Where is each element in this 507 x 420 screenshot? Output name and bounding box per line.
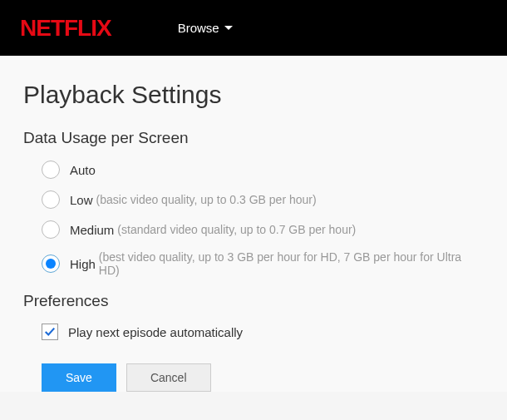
checkmark-icon	[44, 326, 56, 338]
content-area: Playback Settings Data Usage per Screen …	[0, 56, 507, 392]
option-label: Auto	[70, 163, 96, 177]
save-button[interactable]: Save	[42, 363, 116, 392]
netflix-logo[interactable]: NETFLIX	[20, 15, 111, 42]
radio-icon	[42, 190, 60, 209]
top-navbar: NETFLIX Browse	[0, 0, 507, 56]
data-usage-option-auto[interactable]: Auto	[42, 161, 484, 179]
data-usage-options: Auto Low (basic video quality, up to 0.3…	[23, 161, 484, 277]
checkbox-icon	[42, 324, 58, 340]
option-desc: (standard video quality, up to 0.7 GB pe…	[117, 223, 356, 236]
autoplay-label: Play next episode automatically	[68, 325, 243, 339]
radio-icon	[42, 161, 60, 179]
preferences-heading: Preferences	[23, 292, 484, 310]
caret-down-icon	[224, 26, 233, 30]
data-usage-option-low[interactable]: Low (basic video quality, up to 0.3 GB p…	[42, 190, 484, 209]
browse-menu[interactable]: Browse	[178, 21, 233, 35]
option-desc: (basic video quality, up to 0.3 GB per h…	[96, 193, 317, 206]
radio-icon	[42, 220, 60, 239]
page-title: Playback Settings	[23, 81, 484, 109]
option-label: High	[70, 257, 96, 271]
action-buttons: Save Cancel	[23, 363, 484, 392]
autoplay-checkbox-row[interactable]: Play next episode automatically	[23, 324, 484, 340]
cancel-button[interactable]: Cancel	[126, 363, 211, 392]
option-label: Medium	[70, 223, 114, 237]
data-usage-heading: Data Usage per Screen	[23, 129, 484, 147]
browse-label: Browse	[178, 21, 219, 35]
data-usage-option-medium[interactable]: Medium (standard video quality, up to 0.…	[42, 220, 484, 239]
option-desc: (best video quality, up to 3 GB per hour…	[99, 250, 484, 277]
option-label: Low	[70, 193, 93, 207]
radio-selected-dot-icon	[46, 259, 56, 269]
data-usage-option-high[interactable]: High (best video quality, up to 3 GB per…	[42, 250, 484, 277]
radio-icon	[42, 254, 60, 273]
